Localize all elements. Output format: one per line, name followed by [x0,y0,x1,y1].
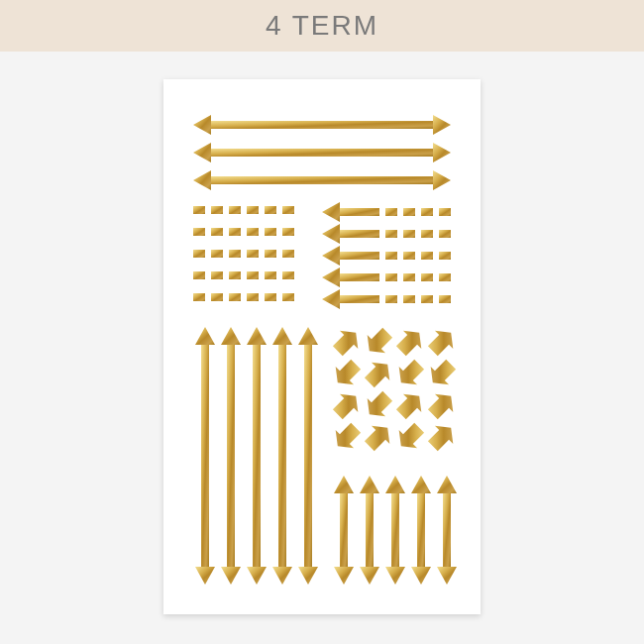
svg-rect-44 [439,208,451,216]
svg-marker-108 [385,567,405,585]
svg-rect-15 [193,228,205,236]
svg-rect-25 [265,250,276,258]
svg-marker-72 [221,327,241,345]
svg-marker-74 [221,567,241,585]
svg-marker-84 [329,324,366,361]
svg-rect-101 [340,493,348,567]
svg-marker-78 [272,327,292,345]
svg-rect-13 [265,206,276,214]
svg-rect-67 [421,295,433,303]
svg-marker-63 [322,289,340,309]
svg-rect-37 [265,293,276,301]
svg-rect-113 [443,493,451,567]
svg-rect-61 [421,273,433,281]
svg-rect-18 [247,228,259,236]
svg-rect-60 [403,273,415,281]
svg-rect-62 [439,273,451,281]
svg-marker-88 [329,356,366,392]
dashed-arrow-left-icon [322,202,451,309]
svg-rect-65 [385,295,397,303]
double-arrow-horizontal-icon [193,115,451,190]
svg-marker-0 [193,115,211,135]
svg-rect-82 [304,345,312,567]
svg-marker-98 [392,419,429,456]
svg-rect-4 [211,149,433,157]
product-stage [0,52,644,644]
svg-marker-39 [322,202,340,222]
svg-marker-105 [360,567,379,585]
svg-marker-112 [437,476,457,493]
svg-rect-17 [229,228,241,236]
svg-rect-52 [340,252,379,260]
svg-rect-40 [340,208,379,216]
svg-rect-49 [421,230,433,238]
svg-rect-12 [247,206,259,214]
svg-marker-86 [392,324,429,361]
svg-rect-41 [385,208,397,216]
svg-rect-48 [403,230,415,238]
svg-rect-68 [439,295,451,303]
svg-rect-30 [247,271,259,279]
svg-marker-3 [193,143,211,162]
svg-rect-107 [391,493,399,567]
svg-marker-95 [424,387,461,424]
svg-rect-38 [282,293,294,301]
svg-rect-64 [340,295,379,303]
svg-rect-34 [211,293,223,301]
svg-rect-32 [282,271,294,279]
svg-marker-109 [411,476,431,493]
svg-rect-70 [201,345,209,567]
svg-rect-58 [340,273,379,281]
svg-rect-55 [421,252,433,260]
svg-marker-114 [437,567,457,585]
svg-rect-76 [253,345,261,567]
svg-rect-9 [193,206,205,214]
svg-marker-91 [424,356,461,392]
svg-marker-89 [361,356,397,392]
svg-marker-93 [361,387,397,424]
svg-rect-47 [385,230,397,238]
svg-marker-69 [195,327,215,345]
double-arrow-vertical-short-icon [334,476,457,585]
svg-rect-59 [385,273,397,281]
svg-marker-77 [247,567,267,585]
svg-rect-1 [211,121,433,129]
svg-marker-83 [298,567,318,585]
svg-rect-50 [439,230,451,238]
svg-marker-87 [424,324,461,361]
svg-marker-100 [334,476,354,493]
svg-rect-104 [366,493,374,567]
svg-marker-111 [411,567,431,585]
svg-rect-29 [229,271,241,279]
dashed-line-icon [193,206,294,301]
diagonal-arrow-grid-icon [329,324,461,456]
sticker-sheet [163,79,481,614]
svg-marker-57 [322,268,340,287]
svg-rect-42 [403,208,415,216]
svg-marker-45 [322,224,340,244]
svg-marker-71 [195,567,215,585]
svg-marker-90 [392,356,429,392]
svg-rect-11 [229,206,241,214]
svg-marker-103 [360,476,379,493]
svg-rect-79 [278,345,286,567]
svg-marker-99 [424,419,461,456]
svg-rect-16 [211,228,223,236]
svg-rect-53 [385,252,397,260]
svg-marker-81 [298,327,318,345]
svg-rect-7 [211,176,433,184]
sticker-artwork [163,79,481,614]
banner: 4 TERM [0,0,644,52]
svg-marker-80 [272,567,292,585]
svg-marker-92 [329,387,366,424]
svg-rect-20 [282,228,294,236]
svg-marker-96 [329,419,366,456]
svg-marker-85 [361,324,397,361]
svg-rect-23 [229,250,241,258]
svg-rect-73 [227,345,235,567]
double-arrow-vertical-tall-icon [195,327,318,585]
svg-marker-75 [247,327,267,345]
svg-marker-97 [361,419,397,456]
svg-rect-54 [403,252,415,260]
svg-rect-46 [340,230,379,238]
